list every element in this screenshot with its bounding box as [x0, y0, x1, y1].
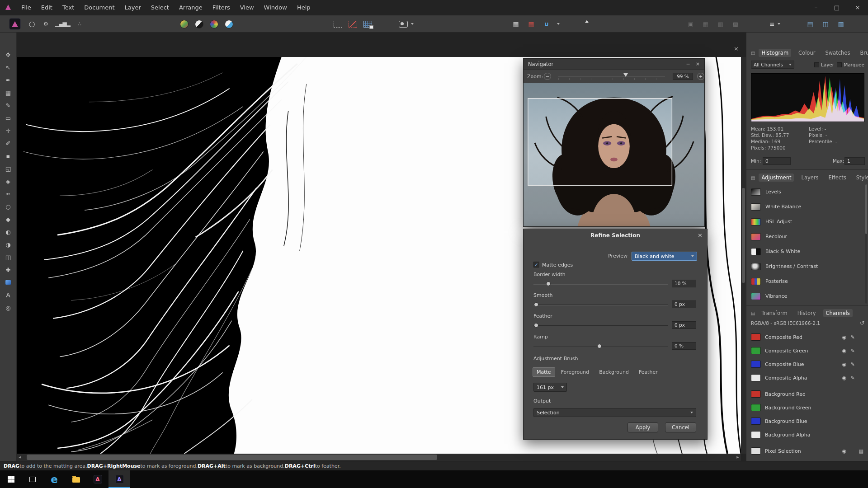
menu-item[interactable]: View [235, 0, 259, 15]
tool-button[interactable]: ◐ [0, 226, 17, 238]
assistant-icon[interactable] [582, 18, 591, 30]
horizontal-scrollbar-thumb[interactable] [27, 455, 437, 460]
zoom-value[interactable]: 99 % [673, 73, 693, 80]
matte-edges-checkbox[interactable]: ✓ [533, 262, 539, 267]
quick-mask-icon[interactable] [399, 21, 408, 28]
ramp-slider[interactable] [533, 344, 668, 349]
menu-item[interactable]: Window [259, 0, 292, 15]
tool-button[interactable] [0, 277, 17, 288]
arrange-icon[interactable]: ▦ [701, 18, 710, 30]
brush-mode-tab[interactable]: Background [595, 367, 633, 377]
brush-mode-tab[interactable]: Matte [533, 367, 555, 377]
tool-button[interactable]: ◑ [0, 239, 17, 250]
persona-icon[interactable]: ▁▄▆▂ [55, 18, 70, 30]
adjustment-item[interactable]: White Balance [751, 199, 864, 214]
marquee-checkbox[interactable] [837, 62, 842, 67]
slider-thumb[interactable] [597, 344, 602, 348]
edit-pencil-icon[interactable]: ✎ [850, 334, 854, 340]
adjustment-item[interactable]: Black & White [751, 244, 864, 259]
tool-button[interactable]: ◫ [0, 251, 17, 263]
visibility-eye-icon[interactable]: ◉ [842, 375, 847, 381]
panel-tab[interactable]: Effects [826, 174, 849, 182]
tool-button[interactable]: ◎ [0, 302, 17, 314]
edit-pencil-icon[interactable]: ✎ [850, 375, 854, 381]
panel-tab[interactable]: Channels [823, 309, 853, 317]
border-width-value[interactable]: 10 % [672, 280, 696, 287]
border-width-slider[interactable] [533, 282, 668, 287]
minimize-icon[interactable]: – [806, 0, 826, 15]
tool-button[interactable]: ○ [0, 201, 17, 212]
tool-button[interactable]: ≈ [0, 188, 17, 200]
tool-button[interactable]: ✛ [0, 125, 17, 136]
persona-icon[interactable]: ∴ [75, 18, 84, 30]
menu-item[interactable]: Help [292, 0, 316, 15]
brush-mode-tab[interactable]: Feather [635, 367, 662, 377]
panel-menu-icon[interactable]: ≡ [686, 61, 690, 67]
smooth-value[interactable]: 0 px [672, 300, 696, 308]
feather-value[interactable]: 0 px [672, 321, 696, 329]
panel-tab[interactable]: Styles [854, 174, 868, 182]
snapping-icon[interactable]: ∪ [542, 18, 551, 30]
feather-slider[interactable] [533, 323, 668, 328]
visibility-eye-icon[interactable]: ◉ [842, 448, 847, 454]
taskbar-button[interactable] [0, 470, 22, 488]
layer-checkbox[interactable] [814, 62, 819, 67]
max-field[interactable]: 1 [844, 157, 865, 165]
panel-tab[interactable]: Layers [798, 174, 821, 182]
panel-close-icon[interactable]: × [696, 61, 700, 67]
tool-button[interactable]: ◈ [0, 175, 17, 187]
preview-dropdown[interactable]: Black and white [632, 252, 697, 261]
zoom-out-button[interactable]: − [544, 73, 551, 80]
caret-down-icon[interactable] [557, 23, 560, 25]
photo-persona-icon[interactable] [9, 18, 21, 30]
navigator-titlebar[interactable]: Navigator ≡ × [524, 59, 704, 70]
adjustment-item[interactable]: HSL Adjust [751, 214, 864, 229]
adjustment-item[interactable]: Levels [751, 184, 864, 199]
close-icon[interactable]: × [847, 0, 868, 15]
persona-icon[interactable]: ⚙ [41, 18, 50, 30]
alignment-icon[interactable]: ≡ [769, 20, 775, 28]
channel-row[interactable]: Composite Alpha ◉ ✎ ▤ [751, 371, 864, 384]
edit-pencil-icon[interactable]: ✎ [850, 348, 854, 354]
view-option-icon[interactable]: ◫ [821, 18, 830, 30]
slider-thumb[interactable] [546, 282, 551, 286]
menu-item[interactable]: File [16, 0, 36, 15]
visibility-eye-icon[interactable]: ◉ [842, 361, 847, 367]
view-option-icon[interactable]: ▤ [806, 18, 815, 30]
channel-row[interactable]: Background Green ◉ ✎ ▤ [751, 401, 864, 414]
horizontal-scrollbar[interactable]: ◀ ▶ [17, 454, 741, 461]
ramp-value[interactable]: 0 % [672, 342, 696, 350]
vertical-scrollbar-thumb[interactable] [742, 188, 745, 283]
tool-button[interactable]: ◱ [0, 163, 17, 174]
zoom-slider[interactable] [558, 76, 665, 77]
selection-mode-icon[interactable] [349, 21, 357, 28]
taskbar-button[interactable]: A [108, 470, 130, 488]
zoom-slider-thumb[interactable] [623, 73, 628, 77]
auto-adjust-icon[interactable] [195, 20, 203, 28]
zoom-in-button[interactable]: + [697, 73, 704, 80]
persona-icon[interactable]: ◯ [27, 18, 36, 30]
channel-row[interactable]: Background Alpha ◉ ✎ ▤ [751, 428, 864, 441]
navigator-thumbnail[interactable] [524, 83, 704, 226]
auto-adjust-icon[interactable] [225, 20, 233, 28]
slider-thumb[interactable] [534, 323, 538, 328]
cancel-button[interactable]: Cancel [665, 422, 696, 432]
adjustment-item[interactable]: Vibrance [751, 289, 864, 304]
channel-row[interactable]: Pixel Selection ◉ ✎ ▤ [751, 445, 864, 457]
edit-pencil-icon[interactable]: ✎ [850, 361, 854, 367]
snapping-icon[interactable]: ▦ [511, 18, 520, 30]
channel-select-dropdown[interactable]: All Channels [751, 61, 794, 69]
panel-tab[interactable]: Brushes [857, 49, 868, 57]
channel-row[interactable]: Composite Red ◉ ✎ ▤ [751, 331, 864, 343]
channel-row[interactable]: Background Red ◉ ✎ ▤ [751, 388, 864, 400]
tool-button[interactable]: ▪ [0, 150, 17, 162]
dialog-close-icon[interactable]: × [698, 232, 703, 239]
auto-adjust-icon[interactable] [180, 20, 189, 28]
visibility-eye-icon[interactable]: ◉ [842, 334, 847, 340]
reset-icon[interactable]: ↺ [860, 320, 864, 326]
panel-tab[interactable]: Swatches [822, 49, 853, 57]
selection-grid-icon[interactable]: ▤ [859, 448, 863, 454]
tool-button[interactable]: ✚ [0, 264, 17, 276]
view-close-icon[interactable]: × [734, 45, 739, 52]
arrange-icon[interactable]: ▣ [686, 18, 695, 30]
